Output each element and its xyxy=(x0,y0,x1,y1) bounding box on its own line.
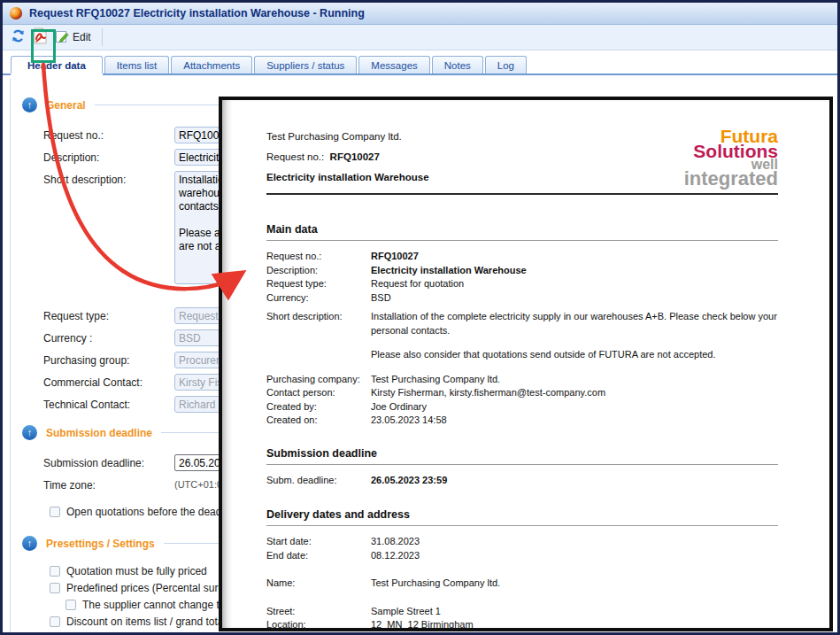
commercial-contact-label: Commercial Contact: xyxy=(43,374,174,389)
refresh-button[interactable] xyxy=(7,27,29,48)
tab-log[interactable]: Log xyxy=(485,56,527,74)
edit-icon xyxy=(55,29,69,46)
pdf-header-rule xyxy=(266,193,778,195)
refresh-icon xyxy=(11,28,26,46)
pdf-row-label: Request no.: xyxy=(266,250,371,264)
pdf-row: Location: 12_MN_12 Birmingham xyxy=(266,618,778,628)
pdf-row: Request no.: RFQ10027 xyxy=(266,250,778,264)
pdf-short-description: Installation of the complete electricity… xyxy=(371,310,778,373)
technical-contact-label: Technical Contact: xyxy=(43,396,174,411)
pdf-section-main-data: Main data Request no.: RFQ10027 Descript… xyxy=(266,223,778,428)
pdf-row-label: Subm. deadline: xyxy=(266,474,371,488)
toolbar-separator xyxy=(102,28,103,46)
pdf-row-short-description: Short description: Installation of the c… xyxy=(266,310,778,373)
section-general-title: General xyxy=(46,99,86,112)
pdf-button-highlight-box xyxy=(31,29,56,63)
pdf-header-text: Test Purchasing Company ltd. Request no.… xyxy=(266,127,429,188)
tab-header-data[interactable]: Header data xyxy=(11,56,103,74)
predefined-prices-checkbox[interactable] xyxy=(50,583,60,593)
pdf-row: Description: Electricity installation Wa… xyxy=(266,264,778,278)
pdf-row: Purchasing company: Test Purchasing Comp… xyxy=(266,373,778,387)
pdf-header: Test Purchasing Company ltd. Request no.… xyxy=(266,127,778,188)
pdf-row-value: 26.05.2023 23:59 xyxy=(371,474,778,488)
fully-priced-checkbox[interactable] xyxy=(50,566,60,577)
tab-items-list[interactable]: Items list xyxy=(104,56,169,74)
pdf-row: Currency: BSD xyxy=(266,291,778,306)
pdf-row-label: Short description: xyxy=(266,310,371,373)
tab-attachments[interactable]: Attachments xyxy=(171,56,252,74)
edit-button-label: Edit xyxy=(73,31,91,43)
pdf-row: Request type: Request for quotation xyxy=(266,277,778,291)
pdf-row-label: Description: xyxy=(266,264,371,278)
pdf-request-no: RFQ10027 xyxy=(330,151,380,162)
pdf-row-value: Joe Ordinary xyxy=(371,400,778,414)
supplier-cannot-change-checkbox[interactable] xyxy=(66,600,76,610)
pdf-row: Start date: 31.08.2023 xyxy=(266,535,778,549)
pdf-row-label: End date: xyxy=(266,549,371,563)
pdf-row-value: Kirsty Fisherman, kirsty.fisherman@test-… xyxy=(371,386,778,400)
collapse-arrow-icon[interactable]: ↑ xyxy=(22,536,37,551)
pdf-preview-overlay: Test Purchasing Company ltd. Request no.… xyxy=(219,97,833,631)
pdf-short-description-p2: Please also consider that quotations sen… xyxy=(371,348,778,362)
pdf-main-heading: Main data xyxy=(266,223,778,241)
collapse-arrow-icon[interactable]: ↑ xyxy=(22,425,37,440)
pdf-row-label: Created by: xyxy=(266,400,371,414)
open-quotations-label: Open quotations before the deadline xyxy=(66,506,238,518)
pdf-row: End date: 08.12.2023 xyxy=(266,549,778,563)
open-quotations-checkbox[interactable] xyxy=(50,507,60,517)
app-window: Request RFQ10027 Electricity installatio… xyxy=(0,0,840,635)
pdf-request-line: Request no.: RFQ10027 xyxy=(266,147,429,167)
short-description-label: Short description: xyxy=(43,171,174,186)
pdf-short-description-p1: Installation of the complete electricity… xyxy=(371,310,778,337)
section-presettings-title: Presettings / Settings xyxy=(46,538,155,550)
collapse-arrow-icon[interactable]: ↑ xyxy=(22,97,37,112)
pdf-row-label: Request type: xyxy=(266,277,371,291)
pdf-row: Name: Test Purchasing Company ltd. xyxy=(266,577,778,591)
pdf-request-label: Request no.: xyxy=(266,151,324,162)
section-submission-title: Submission deadline xyxy=(46,427,152,439)
pdf-row-label: Location: xyxy=(266,618,371,628)
pdf-row-label: Created on: xyxy=(266,414,371,428)
currency-label: Currency : xyxy=(43,329,174,345)
pdf-submission-heading: Submission deadline xyxy=(266,447,778,465)
edit-button[interactable]: Edit xyxy=(51,27,95,48)
pdf-row-value: 23.05.2023 14:58 xyxy=(371,414,778,428)
tab-bar: Header data Items list Attachments Suppl… xyxy=(3,50,837,75)
discount-items-label: Discount on items list / grand total xyxy=(66,616,226,628)
app-icon xyxy=(10,7,22,19)
pdf-row-value: Sample Street 1 xyxy=(371,605,778,619)
pdf-row-label: Currency: xyxy=(266,291,371,306)
pdf-row-value: 08.12.2023 xyxy=(371,549,778,563)
tab-suppliers-status[interactable]: Suppliers / status xyxy=(254,56,357,74)
tab-messages[interactable]: Messages xyxy=(358,56,429,74)
description-label: Description: xyxy=(43,149,174,164)
request-type-label: Request type: xyxy=(43,307,174,322)
pdf-row: Subm. deadline: 26.05.2023 23:59 xyxy=(266,474,778,488)
pdf-row: Contact person: Kirsty Fisherman, kirsty… xyxy=(266,386,778,400)
pdf-row-label: Street: xyxy=(266,605,371,619)
pdf-row-label: Contact person: xyxy=(266,386,371,400)
pdf-title: Electricity installation Warehouse xyxy=(266,167,429,188)
pdf-row-value: BSD xyxy=(371,291,778,306)
pdf-row: Created on: 23.05.2023 14:58 xyxy=(266,414,778,428)
pdf-row-value: RFQ10027 xyxy=(371,250,778,264)
request-no-label: Request no.: xyxy=(43,127,174,142)
pdf-company: Test Purchasing Company ltd. xyxy=(266,127,429,147)
pdf-delivery-heading: Delivery dates and address xyxy=(266,508,778,526)
time-zone-label: Time zone: xyxy=(43,476,174,492)
pdf-row: Created by: Joe Ordinary xyxy=(266,400,778,414)
pdf-row: Street: Sample Street 1 xyxy=(266,605,778,619)
discount-items-checkbox[interactable] xyxy=(50,616,60,627)
pdf-row-value: Test Purchasing Company ltd. xyxy=(371,577,778,591)
tab-notes[interactable]: Notes xyxy=(432,56,483,74)
fully-priced-label: Quotation must be fully priced xyxy=(66,565,207,577)
pdf-section-delivery: Delivery dates and address Start date: 3… xyxy=(266,508,778,628)
pdf-document: Test Purchasing Company ltd. Request no.… xyxy=(222,100,829,628)
window-title: Request RFQ10027 Electricity installatio… xyxy=(29,7,365,19)
futura-solutions-logo: Futura Solutions well integrated xyxy=(684,128,778,188)
window-titlebar: Request RFQ10027 Electricity installatio… xyxy=(3,3,837,25)
pdf-row-value: Test Purchasing Company ltd. xyxy=(371,373,778,387)
pdf-row-label: Name: xyxy=(266,577,371,591)
pdf-row-label: Start date: xyxy=(266,535,371,549)
submission-deadline-label: Submission deadline: xyxy=(43,454,174,469)
